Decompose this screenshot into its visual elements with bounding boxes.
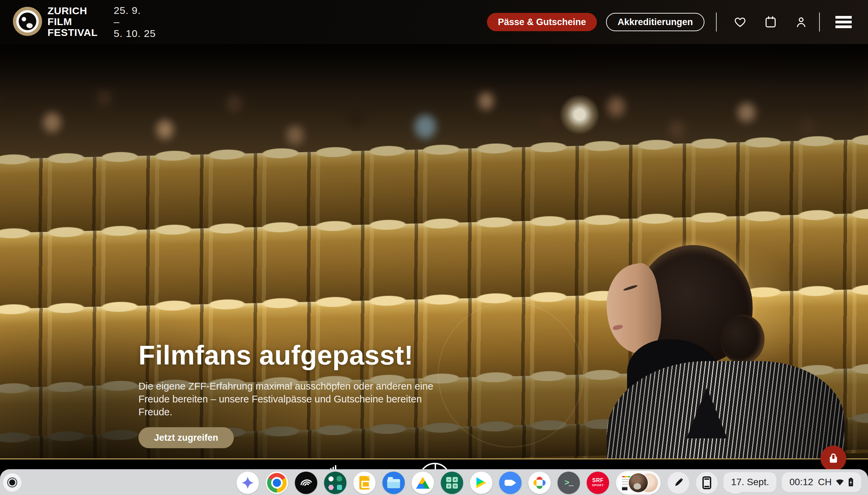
photos-pinwheel-icon: [534, 477, 546, 489]
hero-title: Filmfans aufgepasst!: [138, 340, 444, 371]
hero-description: Die eigene ZFF-Erfahrung maximal ausschö…: [138, 380, 437, 419]
calc-minus: −: [446, 477, 451, 482]
woman-hair-bun: [720, 314, 765, 364]
gemini-sparkle-icon: [241, 476, 255, 490]
site-header: ZURICH FILM FESTIVAL 25. 9. – 5. 10. 25 …: [0, 0, 868, 44]
brand-line-2: FILM: [48, 16, 98, 27]
calendar-icon[interactable]: [764, 15, 778, 29]
calc-multiply: ×: [453, 477, 458, 482]
video-camera-icon: [505, 480, 513, 486]
slides-doc-icon: [359, 476, 370, 490]
brand-wordmark[interactable]: ZURICH FILM FESTIVAL: [48, 5, 98, 38]
launcher-dot-icon: [9, 479, 15, 485]
wifi-icon: [835, 478, 845, 487]
status-area: 17. Sept. 00:12 CH: [723, 472, 861, 492]
header-divider: [819, 13, 820, 32]
brand-line-3: FESTIVAL: [48, 27, 98, 38]
google-shapes-app-icon[interactable]: [324, 472, 346, 494]
podcasts-app-icon[interactable]: [295, 472, 317, 494]
phone-icon: [702, 476, 711, 489]
srf-sport-wordmark: SRF SPORT: [592, 478, 604, 488]
drive-app-icon[interactable]: [412, 472, 434, 494]
date-pill[interactable]: 17. Sept.: [723, 472, 776, 492]
shape-clover: [337, 476, 342, 481]
calc-plus: +: [446, 483, 451, 489]
stylus-pen-icon: [673, 477, 684, 489]
play-triangle-icon: [476, 477, 486, 489]
user-account-icon[interactable]: [794, 15, 808, 29]
launcher-button[interactable]: [3, 473, 21, 492]
terminal-prompt-icon: >_: [564, 478, 573, 488]
photo-thumbnail-portrait[interactable]: [629, 473, 648, 492]
zoom-app-icon[interactable]: [499, 472, 522, 494]
festival-dates: 25. 9. – 5. 10. 25: [114, 5, 156, 39]
drive-triangle-icon: [416, 477, 430, 489]
files-app-icon[interactable]: [382, 472, 405, 494]
shop-fab-button[interactable]: [820, 445, 846, 471]
logo-eye-glint: [22, 17, 26, 21]
header-divider: [716, 13, 717, 32]
play-store-app-icon[interactable]: [470, 472, 492, 494]
keyboard-layout: CH: [818, 477, 832, 488]
hero-copy: Filmfans aufgepasst! Die eigene ZFF-Erfa…: [138, 340, 444, 448]
calc-equals: =: [453, 483, 458, 489]
shape-square: [337, 485, 342, 490]
arcs-icon: [299, 476, 313, 490]
tote-recent-items[interactable]: [616, 471, 661, 495]
chrome-app-icon[interactable]: [266, 472, 288, 494]
screen: ZURICH FILM FESTIVAL 25. 9. – 5. 10. 25 …: [0, 0, 868, 495]
lens-flare: [559, 94, 600, 135]
favorites-heart-icon[interactable]: [733, 15, 747, 29]
srf-sport-app-icon[interactable]: SRF SPORT: [587, 472, 609, 494]
shape-hexagon: [328, 485, 334, 490]
brand-line-1: ZURICH: [48, 5, 98, 16]
clock: 00:12: [789, 477, 813, 488]
hero-woman: [593, 249, 824, 459]
shape-circle: [328, 476, 333, 481]
festival-date-from: 25. 9.: [114, 5, 156, 16]
terminal-app-icon[interactable]: >_: [558, 472, 580, 494]
shelf-date: 17. Sept.: [731, 477, 769, 488]
chromeos-shelf: − × + = >_ S: [0, 469, 868, 495]
calculator-grid-icon: − × + =: [446, 477, 458, 489]
header-actions: Pässe & Gutscheine Akkreditierungen: [487, 13, 852, 31]
folder-icon: [387, 479, 400, 488]
phone-hub-button[interactable]: [696, 472, 718, 494]
hero-top-shade: [0, 44, 868, 91]
shelf-apps: − × + = >_ S: [236, 471, 746, 495]
chrome-logo-icon: [267, 473, 287, 493]
photos-app-icon[interactable]: [528, 472, 551, 494]
stylus-tools-button[interactable]: [668, 472, 689, 494]
festival-date-separator: –: [114, 16, 156, 28]
calculator-app-icon[interactable]: − × + =: [441, 472, 463, 494]
festival-date-to: 5. 10. 25: [114, 28, 156, 39]
battery-charging-icon: [848, 477, 854, 487]
status-tray[interactable]: 00:12 CH: [782, 472, 861, 492]
slides-app-icon[interactable]: [353, 472, 376, 494]
zff-logo-eye-icon[interactable]: [13, 7, 42, 36]
hero-cta-button[interactable]: Jetzt zugreifen: [138, 427, 234, 448]
accreditation-button[interactable]: Akkreditierungen: [606, 13, 704, 31]
shopping-bag-icon: [827, 452, 840, 465]
passes-vouchers-button[interactable]: Pässe & Gutscheine: [487, 13, 597, 31]
hamburger-menu-icon[interactable]: [835, 15, 852, 29]
gemini-app-icon[interactable]: [236, 472, 259, 494]
